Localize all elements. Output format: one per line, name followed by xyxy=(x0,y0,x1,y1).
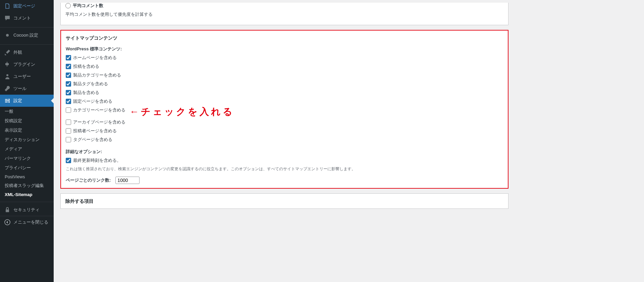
checkbox-lastmod[interactable] xyxy=(66,158,71,163)
sidebar-item-plugins[interactable]: プラグイン xyxy=(0,58,54,70)
sidebar-item-label: セキュリティ xyxy=(13,207,40,213)
exclude-panel: 除外する項目 xyxy=(60,193,508,209)
include-checkbox-label[interactable]: タグページを含める xyxy=(73,137,112,143)
sidebar-item-label: ツール xyxy=(13,86,26,92)
sidebar-sub-reading[interactable]: 表示設定 xyxy=(0,126,54,135)
svg-point-3 xyxy=(8,101,10,103)
svg-point-1 xyxy=(6,74,8,76)
include-checkbox-label[interactable]: 製品を含める xyxy=(73,90,99,96)
include-checkbox-label[interactable]: アーカイブページを含める xyxy=(73,119,125,125)
include-checkbox[interactable] xyxy=(66,120,71,125)
sidebar-sub-discussion[interactable]: ディスカッション xyxy=(0,135,54,144)
sidebar-item-label: 設定 xyxy=(13,98,22,104)
include-checkbox[interactable] xyxy=(66,137,71,142)
sidebar-separator xyxy=(0,200,54,202)
plugin-icon xyxy=(4,61,11,68)
include-checkbox[interactable] xyxy=(66,81,71,87)
sidebar-item-users[interactable]: ユーザー xyxy=(0,70,54,83)
checkbox-row: ホームページを含める xyxy=(66,55,503,61)
svg-rect-4 xyxy=(6,209,9,212)
sidebar-item-label: 外観 xyxy=(13,49,22,55)
sidebar-item-label: プラグイン xyxy=(13,61,35,67)
checkbox-row: アーカイブページを含める xyxy=(66,119,503,125)
wrench-icon xyxy=(4,85,11,92)
sidebar-separator xyxy=(0,26,54,28)
include-checkbox[interactable] xyxy=(66,107,71,113)
right-gutter xyxy=(515,0,644,282)
sidebar-separator xyxy=(0,43,54,45)
collapse-icon xyxy=(4,219,11,226)
lock-icon xyxy=(4,206,11,213)
sidebar-item-security[interactable]: セキュリティ xyxy=(0,204,54,216)
comment-icon xyxy=(4,15,11,21)
sidebar-collapse[interactable]: メニューを閉じる xyxy=(0,216,54,228)
sitemap-content-title: サイトマップコンテンツ xyxy=(66,35,503,41)
user-icon xyxy=(4,73,11,80)
page-icon xyxy=(4,3,11,9)
include-checkbox-label[interactable]: 製品タグを含める xyxy=(73,81,108,87)
checkbox-row: 投稿を含める xyxy=(66,63,503,69)
sidebar-item-tools[interactable]: ツール xyxy=(0,83,54,95)
sidebar-item-cocoon[interactable]: Cocoon 設定 xyxy=(0,29,54,41)
checkbox-row: カテゴリーページを含める←チェックを入れる xyxy=(66,107,503,116)
sidebar-item-label: 固定ページ xyxy=(13,3,35,9)
include-checkbox-label[interactable]: カテゴリーページを含める xyxy=(73,107,125,113)
radio-avg-comments-label[interactable]: 平均コメント数 xyxy=(73,3,103,9)
sidebar-collapse-label: メニューを閉じる xyxy=(13,219,48,225)
sitemap-content-panel: サイトマップコンテンツ WordPress 標準コンテンツ: ホームページを含め… xyxy=(60,30,508,189)
include-checkbox-label[interactable]: 製品カテゴリーを含める xyxy=(73,72,121,78)
include-checkbox[interactable] xyxy=(66,99,71,104)
checkbox-row: 投稿者ページを含める xyxy=(66,128,503,134)
sidebar-sub-postviews[interactable]: PostViews xyxy=(0,173,54,181)
sidebar-sub-permalinks[interactable]: パーマリンク xyxy=(0,154,54,163)
lastmod-note: これは強く推奨されており、検索エンジンがコンテンツの変更を認識するのに役立ちます… xyxy=(66,166,503,172)
linkcount-label: ページごとのリンク数: xyxy=(66,177,111,183)
sidebar-item-pages[interactable]: 固定ページ xyxy=(0,0,54,12)
admin-sidebar: 固定ページ コメント Cocoon 設定 外観 プラグイン ユーザー ツール 設… xyxy=(0,0,54,282)
include-checkbox[interactable] xyxy=(66,64,71,69)
sidebar-sub-author-slug[interactable]: 投稿者スラッグ編集 xyxy=(0,181,54,190)
main-content: 平均コメント数 平均コメント数を使用して優先度を計算する サイトマップコンテンツ… xyxy=(54,0,515,282)
include-checkbox-label[interactable]: 投稿者ページを含める xyxy=(73,128,117,134)
exclude-title: 除外する項目 xyxy=(65,198,503,204)
sidebar-sub-general[interactable]: 一般 xyxy=(0,107,54,116)
sidebar-sub-media[interactable]: メディア xyxy=(0,144,54,154)
include-checkbox[interactable] xyxy=(66,128,71,134)
sidebar-sub-xml-sitemap[interactable]: XML-Sitemap xyxy=(0,190,54,199)
radio-avg-comments[interactable] xyxy=(65,3,71,8)
linkcount-input[interactable] xyxy=(115,177,140,184)
include-checkbox-label[interactable]: 投稿を含める xyxy=(73,63,99,69)
sidebar-item-label: コメント xyxy=(13,15,31,21)
advanced-options-heading: 詳細なオプション: xyxy=(66,149,503,155)
checkbox-lastmod-label[interactable]: 最終更新時刻を含める。 xyxy=(73,157,121,163)
include-checkbox[interactable] xyxy=(66,90,71,95)
include-checkbox[interactable] xyxy=(66,55,71,60)
radio-avg-comments-desc: 平均コメント数を使用して優先度を計算する xyxy=(65,11,503,17)
include-checkbox-label[interactable]: 固定ページを含める xyxy=(73,98,112,104)
annotation-arrow: ←チェックを入れる xyxy=(129,107,234,116)
sidebar-item-comments[interactable]: コメント xyxy=(0,12,54,24)
checkbox-list: ホームページを含める投稿を含める製品カテゴリーを含める製品タグを含める製品を含め… xyxy=(66,55,503,143)
sidebar-item-settings[interactable]: 設定 xyxy=(0,95,54,107)
checkbox-row: 製品タグを含める xyxy=(66,81,503,87)
checkbox-row: 製品を含める xyxy=(66,90,503,96)
include-checkbox-label[interactable]: ホームページを含める xyxy=(73,55,117,61)
sidebar-sub-privacy[interactable]: プライバシー xyxy=(0,163,54,173)
include-checkbox[interactable] xyxy=(66,73,71,78)
dot-icon xyxy=(4,32,11,39)
settings-icon xyxy=(4,97,11,104)
checkbox-row: 製品カテゴリーを含める xyxy=(66,72,503,78)
priority-panel: 平均コメント数 平均コメント数を使用して優先度を計算する xyxy=(60,3,508,25)
svg-point-2 xyxy=(8,99,10,100)
sidebar-item-label: ユーザー xyxy=(13,74,31,80)
sidebar-item-appearance[interactable]: 外観 xyxy=(0,46,54,58)
sidebar-item-label: Cocoon 設定 xyxy=(13,32,38,38)
standard-content-heading: WordPress 標準コンテンツ: xyxy=(66,46,503,52)
svg-point-0 xyxy=(6,34,9,37)
brush-icon xyxy=(4,49,11,56)
checkbox-row: タグページを含める xyxy=(66,137,503,143)
checkbox-row: 固定ページを含める xyxy=(66,98,503,104)
sidebar-sub-writing[interactable]: 投稿設定 xyxy=(0,116,54,126)
